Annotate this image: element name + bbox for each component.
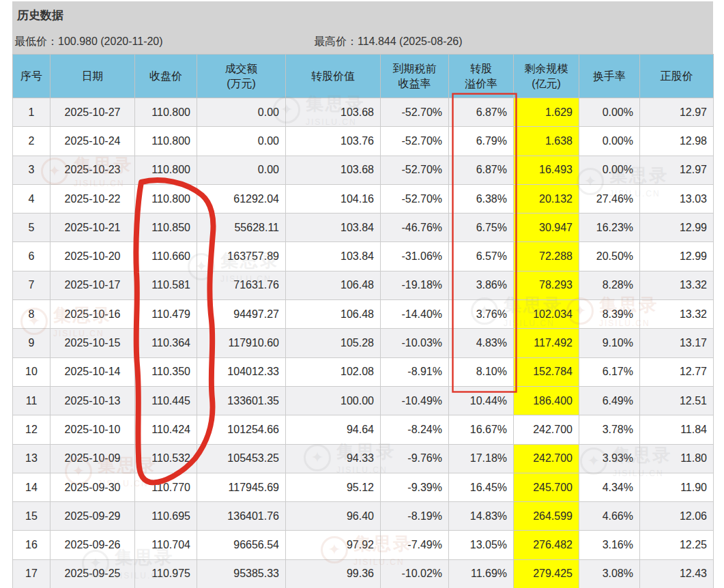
table-cell: 106.48 bbox=[286, 300, 381, 329]
table-cell: 103.68 bbox=[286, 98, 381, 127]
table-cell: -10.49% bbox=[381, 386, 449, 415]
table-cell: 16.45% bbox=[449, 473, 514, 501]
table-cell: 95385.33 bbox=[197, 559, 286, 588]
table-cell: 2025-09-29 bbox=[50, 502, 135, 531]
table-cell: 11.80 bbox=[640, 444, 714, 473]
table-cell: 12.25 bbox=[640, 531, 714, 559]
table-cell: 105.28 bbox=[286, 329, 381, 357]
table-cell: 110.800 bbox=[135, 184, 197, 213]
column-header: 成交额(万元) bbox=[197, 55, 286, 98]
table-cell: 2025-10-16 bbox=[50, 300, 135, 329]
table-cell: -8.19% bbox=[381, 502, 449, 531]
history-data-page: 历史数据 最低价：100.980 (2020-11-20) 最高价：114.84… bbox=[0, 0, 724, 588]
table-cell: 0.00 bbox=[197, 127, 286, 156]
table-cell: 110.800 bbox=[135, 98, 197, 127]
table-header-row: 序号日期收盘价成交额(万元)转股价值到期税前收益率转股溢价率剩余规模(亿元)换手… bbox=[13, 55, 714, 98]
table-cell: 13.17 bbox=[640, 329, 714, 357]
table-cell: 1.629 bbox=[514, 98, 579, 127]
table-cell: 110.800 bbox=[135, 156, 197, 184]
table-body: 12025-10-27110.8000.00103.68-52.70%6.87%… bbox=[13, 98, 714, 588]
table-cell: 72.288 bbox=[514, 242, 579, 271]
table-cell: 78.293 bbox=[514, 271, 579, 299]
table-cell: 9.10% bbox=[579, 329, 640, 357]
table-cell: 2025-09-30 bbox=[50, 473, 135, 501]
table-cell: 11.90 bbox=[640, 473, 714, 501]
table-row: 102025-10-14110.350104012.33102.08-8.91%… bbox=[13, 357, 714, 386]
table-cell: 117945.69 bbox=[197, 473, 286, 501]
table-cell: 13.03 bbox=[640, 184, 714, 213]
table-cell: 6.17% bbox=[579, 357, 640, 386]
table-cell: 163757.89 bbox=[197, 242, 286, 271]
max-price: 最高价：114.844 (2025-08-26) bbox=[314, 35, 463, 49]
table-cell: 13.32 bbox=[640, 271, 714, 299]
table-cell: 103.68 bbox=[286, 156, 381, 184]
table-cell: 110.704 bbox=[135, 531, 197, 559]
table-cell: 0.00% bbox=[579, 98, 640, 127]
table-cell: 12.43 bbox=[640, 559, 714, 588]
table-cell: 61292.04 bbox=[197, 184, 286, 213]
table-cell: 9 bbox=[13, 329, 50, 357]
table-cell: 3.86% bbox=[449, 271, 514, 299]
table-cell: 17 bbox=[13, 559, 50, 588]
table-cell: 2025-10-27 bbox=[50, 98, 135, 127]
table-row: 72025-10-17110.58171631.76106.48-19.18%3… bbox=[13, 271, 714, 299]
table-row: 12025-10-27110.8000.00103.68-52.70%6.87%… bbox=[13, 98, 714, 127]
table-cell: 11.69% bbox=[449, 559, 514, 588]
table-row: 122025-10-10110.424101254.6694.64-8.24%1… bbox=[13, 415, 714, 444]
table-cell: 96.40 bbox=[286, 502, 381, 531]
max-price-value: 114.844 (2025-08-26) bbox=[358, 35, 463, 47]
table-cell: -31.06% bbox=[381, 242, 449, 271]
table-cell: 13.05% bbox=[449, 531, 514, 559]
table-cell: 110.424 bbox=[135, 415, 197, 444]
table-cell: 264.599 bbox=[514, 502, 579, 531]
table-cell: 12.97 bbox=[640, 98, 714, 127]
table-cell: 8 bbox=[13, 300, 50, 329]
table-cell: 110.695 bbox=[135, 502, 197, 531]
table-row: 82025-10-16110.47994497.27106.48-14.40%3… bbox=[13, 300, 714, 329]
table-row: 32025-10-23110.8000.00103.68-52.70%6.87%… bbox=[13, 156, 714, 184]
table-cell: 0.00 bbox=[197, 156, 286, 184]
table-cell: 11.84 bbox=[640, 415, 714, 444]
table-cell: 103.76 bbox=[286, 127, 381, 156]
table-cell: 10.44% bbox=[449, 386, 514, 415]
min-price: 最低价：100.980 (2020-11-20) bbox=[14, 35, 163, 49]
table-cell: 3.78% bbox=[579, 415, 640, 444]
table-cell: 1.638 bbox=[514, 127, 579, 156]
table-cell: 6.75% bbox=[449, 214, 514, 242]
table-cell: 3.16% bbox=[579, 531, 640, 559]
column-header: 序号 bbox=[13, 55, 50, 98]
table-cell: 95.12 bbox=[286, 473, 381, 501]
table-cell: 4 bbox=[13, 184, 50, 213]
table-row: 42025-10-22110.80061292.04104.16-52.70%6… bbox=[13, 184, 714, 213]
table-cell: 110.800 bbox=[135, 127, 197, 156]
table-cell: 8.10% bbox=[449, 357, 514, 386]
table-cell: 2025-10-10 bbox=[50, 415, 135, 444]
table-row: 162025-09-26110.70496656.5497.92-7.49%13… bbox=[13, 531, 714, 559]
table-cell: 15 bbox=[13, 502, 50, 531]
table-cell: 20.132 bbox=[514, 184, 579, 213]
table-cell: 4.83% bbox=[449, 329, 514, 357]
table-cell: 12.06 bbox=[640, 502, 714, 531]
table-cell: -9.39% bbox=[381, 473, 449, 501]
table-cell: 100.00 bbox=[286, 386, 381, 415]
table-row: 92025-10-15110.364117910.60105.28-10.03%… bbox=[13, 329, 714, 357]
table-cell: 12.77 bbox=[640, 357, 714, 386]
table-cell: 2025-10-14 bbox=[50, 357, 135, 386]
table-cell: 101254.66 bbox=[197, 415, 286, 444]
table-row: 152025-09-29110.695136401.7696.40-8.19%1… bbox=[13, 502, 714, 531]
table-cell: 103.84 bbox=[286, 214, 381, 242]
table-cell: 13 bbox=[13, 444, 50, 473]
table-cell: 2025-10-22 bbox=[50, 184, 135, 213]
table-header: 序号日期收盘价成交额(万元)转股价值到期税前收益率转股溢价率剩余规模(亿元)换手… bbox=[13, 55, 714, 98]
table-cell: -8.24% bbox=[381, 415, 449, 444]
table-cell: 105453.25 bbox=[197, 444, 286, 473]
table-cell: 6.87% bbox=[449, 156, 514, 184]
table-row: 52025-10-21110.85055628.11103.84-46.76%6… bbox=[13, 214, 714, 242]
history-table: 序号日期收盘价成交额(万元)转股价值到期税前收益率转股溢价率剩余规模(亿元)换手… bbox=[12, 54, 714, 588]
table-cell: 4.34% bbox=[579, 473, 640, 501]
min-price-value: 100.980 (2020-11-20) bbox=[58, 35, 163, 47]
table-cell: 6.38% bbox=[449, 184, 514, 213]
table-cell: 110.350 bbox=[135, 357, 197, 386]
table-cell: 96656.54 bbox=[197, 531, 286, 559]
table-cell: 20.50% bbox=[579, 242, 640, 271]
